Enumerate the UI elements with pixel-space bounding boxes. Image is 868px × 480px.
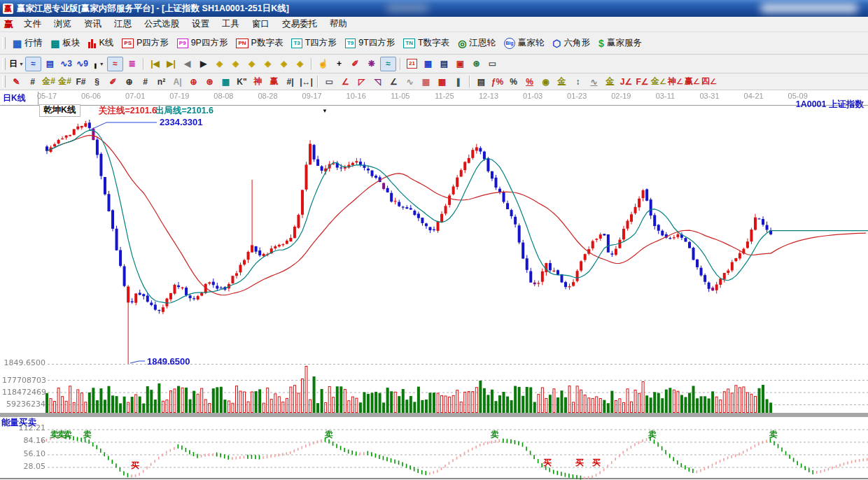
percent-strike-icon[interactable]: ƒ% [490, 75, 505, 88]
crosshair-tool-icon[interactable]: + [332, 57, 346, 71]
menu-item-设置[interactable]: 设置 [186, 17, 216, 31]
four-angle-icon[interactable]: 四∠ [701, 75, 717, 88]
menu-item-工具[interactable]: 工具 [216, 17, 246, 31]
kline-type-selector[interactable]: 乾坤K线 [39, 104, 80, 117]
page-left-icon[interactable]: ◀ [180, 57, 195, 71]
parallel-lines-icon[interactable]: ∥ [451, 75, 465, 88]
gold-circle-icon[interactable]: ◉ [538, 75, 553, 88]
shift-right-icon[interactable]: ◈ [228, 57, 243, 71]
menu-item-文件[interactable]: 文件 [18, 17, 48, 31]
single-kline-dropdown-icon[interactable]: ▼ [99, 62, 104, 66]
9p-square-button[interactable]: P99P四方形 [173, 34, 232, 52]
percent-line-icon[interactable]: % [522, 75, 537, 88]
wave-9-icon[interactable]: ∿9 [75, 57, 90, 71]
gold-level-icon[interactable]: 金 [554, 75, 569, 88]
stat-panel-icon[interactable]: ▤ [474, 75, 489, 88]
j-angle-icon[interactable]: J∠ [619, 75, 634, 88]
calculator-tool-icon[interactable]: ▦ [421, 57, 435, 71]
gold-angle-icon[interactable]: 金∠ [651, 75, 666, 88]
fan-box-red-icon[interactable]: ◸ [354, 75, 369, 88]
window-controls-blur[interactable] [760, 3, 858, 13]
grid-tool-icon[interactable]: # [25, 75, 40, 88]
fan-box-purple-icon[interactable]: ◹ [370, 75, 385, 88]
zigzag-dotted-icon[interactable]: ∿ [402, 75, 417, 88]
gold-grid-a-icon[interactable]: 金# [41, 75, 56, 88]
menu-item-公式选股[interactable]: 公式选股 [138, 17, 186, 31]
t-square-button[interactable]: T3T四方形 [287, 34, 340, 52]
menu-item-窗口[interactable]: 窗口 [246, 17, 276, 31]
print-tool-icon[interactable]: ▭ [485, 57, 500, 71]
n2-grid-icon[interactable]: n² [154, 75, 169, 88]
scale-tool-icon[interactable]: ↕ [570, 75, 585, 88]
width-measure-icon[interactable]: |↔| [299, 75, 314, 88]
menu-item-帮助[interactable]: 帮助 [323, 17, 354, 31]
red-star-circle-icon[interactable]: ⊛ [202, 75, 217, 88]
chart-dropdown-icon[interactable]: ▼ [322, 108, 328, 114]
compress-x-icon[interactable]: ◈ [260, 57, 275, 71]
fib-grid-icon[interactable]: F# [74, 75, 88, 88]
wave-overlay-blue-icon[interactable]: ≈ [25, 57, 41, 71]
expand-x-icon[interactable]: ◈ [244, 57, 259, 71]
fence-grid-icon[interactable]: #| [283, 75, 298, 88]
page-right-icon[interactable]: ▶ [196, 57, 211, 71]
percent-icon[interactable]: % [506, 75, 521, 88]
winner-wheel-button[interactable]: Big赢家轮 [500, 34, 549, 52]
dot-grid-red-a-icon[interactable]: ▦ [419, 75, 433, 88]
volume-profile-icon[interactable]: ≣ [125, 57, 139, 71]
dot-grid-red-b-icon[interactable]: ▦ [435, 75, 449, 88]
mark-tool-icon[interactable]: ✐ [348, 57, 363, 71]
compress-all-icon[interactable]: ◈ [276, 57, 291, 71]
9t-square-button[interactable]: T99T四方形 [341, 34, 399, 52]
menu-item-江恩[interactable]: 江恩 [108, 17, 138, 31]
shen-grid-icon[interactable]: 神 [251, 75, 265, 88]
gold-grid-b-icon[interactable]: 金# [57, 75, 72, 88]
fan-red-icon[interactable]: ∠ [338, 75, 353, 88]
web-link-icon[interactable]: ⊛ [469, 57, 484, 71]
angle-measure-icon[interactable]: A| [170, 75, 185, 88]
wave-overlay-teal-icon[interactable]: ≈ [380, 57, 396, 71]
gann-tool-purple-icon[interactable]: ❋ [364, 57, 379, 71]
line-grid-icon[interactable]: # [138, 75, 153, 88]
p-table-button[interactable]: PNP数字表 [232, 34, 287, 52]
t-table-button[interactable]: TNT数字表 [399, 34, 454, 52]
win-grid-icon[interactable]: 赢 [267, 75, 281, 88]
trade-notes-icon[interactable]: ▤ [437, 57, 451, 71]
box-tool-icon[interactable]: ▭ [322, 75, 337, 88]
kline-button[interactable]: K线 [84, 34, 118, 52]
circle-grid-icon[interactable]: ⊕ [122, 75, 136, 88]
expand-all-icon[interactable]: ◈ [293, 57, 307, 71]
save-layout-icon[interactable]: ▣ [453, 57, 468, 71]
trend-fan-icon[interactable]: ∠ [386, 75, 401, 88]
single-kline-icon[interactable]: ╻▼ [91, 57, 106, 71]
hexagon-button[interactable]: ⬡六角形 [548, 34, 594, 52]
pen-grid-icon[interactable]: ✐ [106, 75, 120, 88]
quotes-button[interactable]: ▦行情 [8, 34, 46, 52]
shen-angle-icon[interactable]: 神∠ [668, 75, 683, 88]
menu-item-浏览[interactable]: 浏览 [48, 17, 78, 31]
gann-wheel-button[interactable]: ◎江恩轮 [454, 34, 500, 52]
red-cross-circle-icon[interactable]: ⊕ [186, 75, 201, 88]
f-angle-icon[interactable]: F∠ [635, 75, 650, 88]
teal-box-grid-icon[interactable]: ▦ [218, 75, 233, 88]
menu-item-交易委托[interactable]: 交易委托 [276, 17, 323, 31]
period-selector-icon[interactable]: 日▼ [9, 57, 24, 71]
calendar-tool-icon[interactable]: 21 [405, 57, 419, 71]
kline-chart-canvas[interactable] [0, 90, 868, 480]
jump-first-icon[interactable]: |◀ [148, 57, 162, 71]
wave-overlay-red-icon[interactable]: ≈ [107, 57, 123, 71]
shift-left-icon[interactable]: ◈ [212, 57, 227, 71]
menu-item-资讯[interactable]: 资讯 [78, 17, 108, 31]
pen-tool-icon[interactable]: ✎ [9, 75, 24, 88]
hand-tool-icon[interactable]: ☝ [316, 57, 330, 71]
sectors-button[interactable]: ▩板块 [46, 34, 84, 52]
k-mark-icon[interactable]: K" [234, 75, 249, 88]
winner-service-button[interactable]: $赢家服务 [594, 34, 646, 52]
wave-3-icon[interactable]: ∿3 [59, 57, 74, 71]
info-panel-icon[interactable]: ▤ [43, 57, 57, 71]
period-selector-dropdown-icon[interactable]: ▼ [19, 62, 24, 66]
gold-red-level-icon[interactable]: 金 [603, 75, 617, 88]
spiral-tool-icon[interactable]: § [90, 75, 104, 88]
win-angle-icon[interactable]: 赢∠ [685, 75, 700, 88]
jump-last-icon[interactable]: ▶| [164, 57, 178, 71]
wave-ab-icon[interactable]: ∿ [587, 75, 601, 88]
